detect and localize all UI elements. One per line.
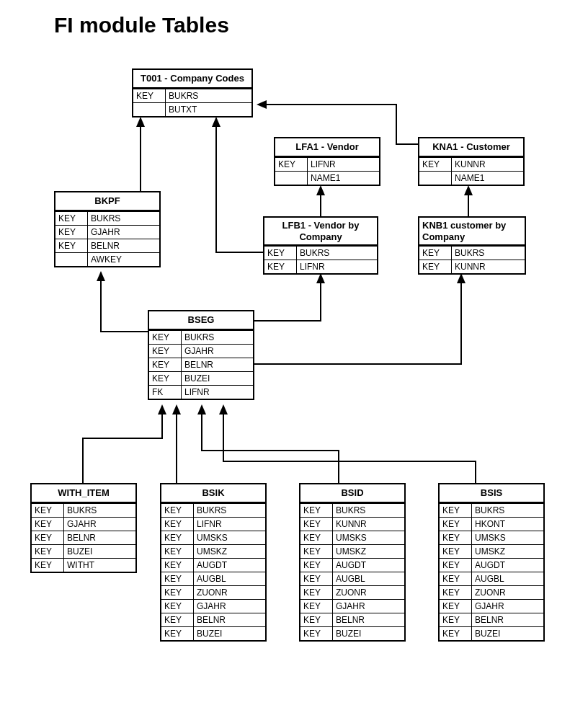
field-cell: BUKRS xyxy=(452,247,525,260)
field-cell: BELNR xyxy=(472,613,543,626)
key-cell: KEY xyxy=(161,518,194,531)
field-cell: ZUONR xyxy=(333,586,404,599)
field-cell: UMSKS xyxy=(333,531,404,544)
key-cell: KEY xyxy=(300,504,333,517)
page-title: FI module Tables xyxy=(54,13,229,37)
entity-knb1: KNB1 customer by Company KEYBUKRS KEYKUN… xyxy=(418,216,526,275)
key-cell: KEY xyxy=(300,518,333,531)
key-cell: KEY xyxy=(264,260,297,273)
key-cell: KEY xyxy=(161,504,194,517)
key-cell: KEY xyxy=(264,247,297,260)
field-cell: BUZEI xyxy=(472,627,543,640)
field-cell: AUGDT xyxy=(472,559,543,572)
field-cell: BUKRS xyxy=(472,504,543,517)
key-cell: KEY xyxy=(300,600,333,613)
key-cell: KEY xyxy=(32,531,64,544)
key-cell: KEY xyxy=(419,260,452,273)
key-cell xyxy=(55,253,88,266)
field-cell: BUTXT xyxy=(166,103,251,116)
entity-bkpf: BKPF KEYBUKRS KEYGJAHR KEYBELNR AWKEY xyxy=(54,191,161,267)
key-cell: KEY xyxy=(161,545,194,558)
entity-bsis: BSIS KEYBUKRS KEYHKONT KEYUMSKS KEYUMSKZ… xyxy=(438,483,545,642)
entity-header: KNA1 - Customer xyxy=(419,138,523,157)
key-cell: KEY xyxy=(300,545,333,558)
key-cell: KEY xyxy=(440,613,472,626)
field-cell: BUKRS xyxy=(182,331,253,344)
field-cell: BUZEI xyxy=(194,627,265,640)
key-cell: KEY xyxy=(149,331,182,344)
key-cell: FK xyxy=(149,386,182,399)
key-cell: KEY xyxy=(161,586,194,599)
key-cell xyxy=(275,172,308,185)
key-cell: KEY xyxy=(32,518,64,531)
key-cell: KEY xyxy=(149,345,182,358)
key-cell: KEY xyxy=(161,572,194,585)
field-cell: UMSKZ xyxy=(194,545,265,558)
field-cell: GJAHR xyxy=(88,226,159,239)
field-cell: BUKRS xyxy=(166,89,251,102)
key-cell: KEY xyxy=(300,613,333,626)
key-cell: KEY xyxy=(440,586,472,599)
key-cell: KEY xyxy=(440,559,472,572)
field-cell: AUGDT xyxy=(333,559,404,572)
field-cell: LIFNR xyxy=(194,518,265,531)
field-cell: HKONT xyxy=(472,518,543,531)
field-cell: BUKRS xyxy=(297,247,377,260)
entity-header: BSIS xyxy=(440,484,543,503)
field-cell: LIFNR xyxy=(308,158,379,171)
key-cell: KEY xyxy=(149,372,182,385)
field-cell: AWKEY xyxy=(88,253,159,266)
key-cell: KEY xyxy=(149,358,182,371)
key-cell: KEY xyxy=(55,226,88,239)
entity-header: LFB1 - Vendor by Company xyxy=(264,218,377,246)
entity-header: LFA1 - Vendor xyxy=(275,138,379,157)
key-cell: KEY xyxy=(440,504,472,517)
field-cell: NAME1 xyxy=(308,172,379,185)
field-cell: BUZEI xyxy=(64,545,135,558)
entity-bsik: BSIK KEYBUKRS KEYLIFNR KEYUMSKS KEYUMSKZ… xyxy=(160,483,267,642)
field-cell: BUKRS xyxy=(194,504,265,517)
field-cell: AUGBL xyxy=(194,572,265,585)
key-cell: KEY xyxy=(440,545,472,558)
key-cell: KEY xyxy=(161,559,194,572)
field-cell: BELNR xyxy=(333,613,404,626)
field-cell: BELNR xyxy=(182,358,253,371)
field-cell: KUNNR xyxy=(452,158,523,171)
key-cell: KEY xyxy=(300,586,333,599)
entity-header: T001 - Company Codes xyxy=(133,70,251,89)
key-cell: KEY xyxy=(55,212,88,225)
key-cell: KEY xyxy=(440,572,472,585)
field-cell: LIFNR xyxy=(182,386,253,399)
field-cell: WITHT xyxy=(64,559,135,572)
field-cell: BELNR xyxy=(64,531,135,544)
field-cell: BELNR xyxy=(88,239,159,252)
key-cell: KEY xyxy=(300,627,333,640)
field-cell: GJAHR xyxy=(64,518,135,531)
key-cell: KEY xyxy=(133,89,166,102)
field-cell: ZUONR xyxy=(472,586,543,599)
key-cell: KEY xyxy=(440,531,472,544)
field-cell: BUKRS xyxy=(333,504,404,517)
key-cell: KEY xyxy=(419,247,452,260)
entity-header: BKPF xyxy=(55,192,159,211)
entity-with-item: WITH_ITEM KEYBUKRS KEYGJAHR KEYBELNR KEY… xyxy=(30,483,137,573)
field-cell: ZUONR xyxy=(194,586,265,599)
field-cell: GJAHR xyxy=(194,600,265,613)
field-cell: GJAHR xyxy=(472,600,543,613)
field-cell: KUNNR xyxy=(333,518,404,531)
key-cell xyxy=(419,172,452,185)
field-cell: BELNR xyxy=(194,613,265,626)
entity-header: KNB1 customer by Company xyxy=(419,218,525,246)
entity-kna1: KNA1 - Customer KEYKUNNR NAME1 xyxy=(418,137,525,186)
field-cell: LIFNR xyxy=(297,260,377,273)
field-cell: UMSKS xyxy=(472,531,543,544)
field-cell: BUKRS xyxy=(64,504,135,517)
field-cell: GJAHR xyxy=(182,345,253,358)
field-cell: AUGBL xyxy=(333,572,404,585)
key-cell: KEY xyxy=(440,627,472,640)
key-cell: KEY xyxy=(275,158,308,171)
entity-bsid: BSID KEYBUKRS KEYKUNNR KEYUMSKS KEYUMSKZ… xyxy=(299,483,406,642)
key-cell: KEY xyxy=(300,559,333,572)
entity-header: BSEG xyxy=(149,311,253,330)
entity-header: BSID xyxy=(300,484,404,503)
